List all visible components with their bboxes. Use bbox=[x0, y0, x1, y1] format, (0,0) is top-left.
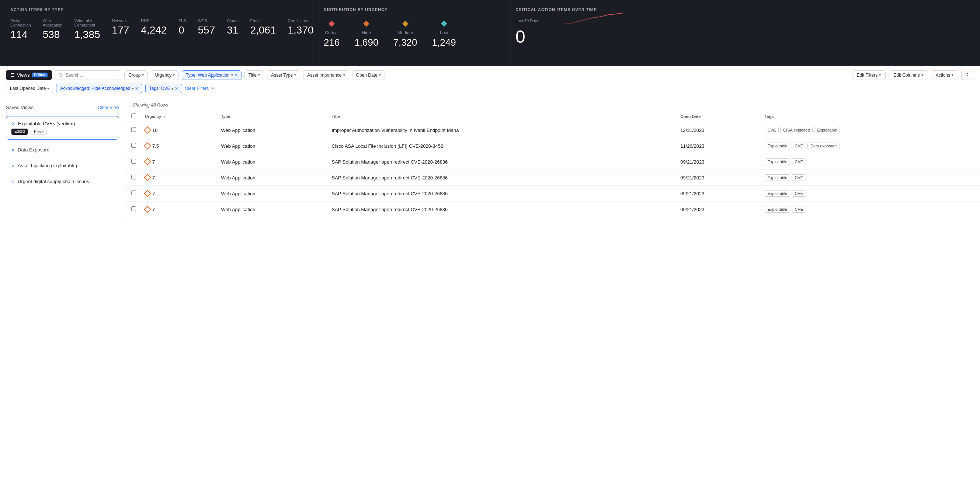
reset-badge[interactable]: Reset bbox=[30, 128, 47, 135]
actions-button[interactable]: Actions ▾ bbox=[931, 70, 958, 80]
open-date-cell: 09/21/2023 bbox=[676, 201, 760, 217]
group-filter[interactable]: Group ▾ bbox=[124, 70, 148, 80]
close-icon[interactable]: ✕ bbox=[11, 163, 15, 168]
search-input[interactable] bbox=[55, 70, 121, 80]
urgency-cell: 7 bbox=[140, 170, 217, 186]
metric-value: 557 bbox=[198, 24, 215, 36]
col-type[interactable]: Type bbox=[217, 111, 328, 122]
tag-pill: Exploitable bbox=[765, 143, 791, 149]
urgency-cell: 7 bbox=[140, 201, 217, 217]
tag-pill: CVE bbox=[792, 190, 806, 197]
metric-label: DNS bbox=[141, 18, 167, 23]
type-cell: Web Application bbox=[217, 154, 328, 170]
row-checkbox[interactable] bbox=[131, 127, 136, 132]
row-checkbox[interactable] bbox=[131, 174, 136, 179]
col-title[interactable]: Title bbox=[327, 111, 676, 122]
row-checkbox-cell[interactable] bbox=[126, 138, 140, 154]
view-name: Urgent digital supply-chain issues bbox=[18, 179, 89, 184]
asset-importance-label: Asset Importance bbox=[307, 73, 341, 78]
title-cell: SAP Solution Manager open redirect CVE-2… bbox=[327, 154, 676, 170]
metric-label: Risky Connection bbox=[10, 18, 31, 27]
edit-columns-button[interactable]: Edit Columns ▾ bbox=[889, 70, 928, 80]
open-date-cell: 09/21/2023 bbox=[676, 154, 760, 170]
clear-filters-link[interactable]: Clear Filters × bbox=[185, 86, 214, 91]
toolbar-row1: ☰ Views Edited Group ▾ Urgency ▾ Type: W… bbox=[6, 66, 974, 82]
table-row: 7 Web Application SAP Solution Manager o… bbox=[126, 154, 980, 170]
critical-value: 0 bbox=[515, 27, 620, 47]
close-icon[interactable]: ✕ bbox=[11, 121, 15, 126]
chevron-down-icon: ▾ bbox=[132, 87, 134, 90]
close-icon[interactable]: × bbox=[175, 86, 178, 91]
urgency-value: 10 bbox=[152, 127, 158, 133]
last-opened-date-filter[interactable]: Last Opened Date ▾ bbox=[6, 84, 53, 93]
row-checkbox[interactable] bbox=[131, 190, 136, 195]
tags-cve-label: Tags: CVE bbox=[150, 86, 170, 91]
metric-value: 2,061 bbox=[250, 24, 276, 36]
acknowledged-label: Acknowledged: Hide Acknowledged bbox=[60, 86, 130, 91]
open-date-cell: 11/26/2023 bbox=[676, 138, 760, 154]
urgency-diamond-icon bbox=[144, 142, 151, 150]
edit-filters-button[interactable]: Edit Filters ▾ bbox=[852, 70, 886, 80]
row-checkbox-cell[interactable] bbox=[126, 186, 140, 201]
chevron-down-icon: ▾ bbox=[258, 73, 260, 77]
table-row: 7 Web Application SAP Solution Manager o… bbox=[126, 170, 980, 186]
tag-pill: CVE bbox=[765, 127, 779, 133]
urgency-filter[interactable]: Urgency ▾ bbox=[151, 70, 179, 80]
metric-value: 114 bbox=[10, 29, 31, 41]
row-checkbox[interactable] bbox=[131, 159, 136, 163]
row-checkbox-cell[interactable] bbox=[126, 201, 140, 217]
clear-view-button[interactable]: Clear View bbox=[98, 105, 119, 110]
clear-filters-x[interactable]: × bbox=[211, 86, 214, 91]
col-urgency[interactable]: Urgency ↑ bbox=[140, 111, 217, 122]
row-checkbox-cell[interactable] bbox=[126, 170, 140, 186]
row-checkbox-cell[interactable] bbox=[126, 122, 140, 138]
metric-value: 4,242 bbox=[141, 24, 167, 36]
acknowledged-filter[interactable]: Acknowledged: Hide Acknowledged ▾ × bbox=[56, 84, 142, 93]
views-edited-badge: Edited bbox=[32, 73, 48, 78]
metric-label: Vulnerable Component bbox=[74, 18, 100, 27]
close-icon[interactable]: ✕ bbox=[11, 179, 15, 184]
metric-value: 177 bbox=[112, 24, 129, 36]
view-name: Asset hijacking (exploitable) bbox=[18, 163, 77, 168]
table-row: 7 Web Application SAP Solution Manager o… bbox=[126, 186, 980, 201]
row-checkbox-cell[interactable] bbox=[126, 154, 140, 170]
hamburger-icon: ☰ bbox=[10, 72, 15, 78]
metric-item: Cloud 31 bbox=[227, 18, 238, 36]
title-filter[interactable]: Title ▾ bbox=[245, 70, 264, 80]
urgency-value: 7 bbox=[152, 159, 155, 165]
open-date-cell: 09/21/2023 bbox=[676, 186, 760, 201]
asset-type-filter[interactable]: Asset Type ▾ bbox=[267, 70, 300, 80]
col-open-date[interactable]: Open Date bbox=[676, 111, 760, 122]
urgency-value: 216 bbox=[324, 37, 340, 48]
views-label: Views bbox=[17, 72, 30, 78]
metric-label: Network bbox=[112, 18, 129, 23]
col-tags[interactable]: Tags bbox=[760, 111, 980, 122]
tag-pill: CVE bbox=[792, 159, 806, 165]
sidebar-item-data-exposure[interactable]: ✕ Data Exposure bbox=[6, 143, 119, 156]
select-all-checkbox-header[interactable] bbox=[126, 111, 140, 122]
close-icon[interactable]: ✕ bbox=[11, 148, 15, 152]
distribution-section: DISTRIBUTION BY URGENCY ◆ Critical 216◆ … bbox=[313, 0, 505, 66]
type-web-app-filter[interactable]: Type: Web Application ▾ × bbox=[182, 70, 242, 80]
metric-item: Vulnerable Component 1,385 bbox=[74, 18, 100, 41]
row-checkbox[interactable] bbox=[131, 143, 136, 148]
asset-importance-filter[interactable]: Asset Importance ▾ bbox=[303, 70, 349, 80]
edit-columns-label: Edit Columns bbox=[893, 73, 920, 78]
close-icon[interactable]: × bbox=[234, 72, 237, 78]
row-checkbox[interactable] bbox=[131, 206, 136, 211]
view-name: Data Exposure bbox=[18, 147, 49, 152]
close-icon[interactable]: × bbox=[135, 86, 138, 91]
sidebar-item-urgent-supply-chain[interactable]: ✕ Urgent digital supply-chain issues bbox=[6, 175, 119, 188]
chevron-down-icon: ▾ bbox=[47, 87, 49, 90]
metric-item: TLS 0 bbox=[178, 18, 186, 36]
overflow-button[interactable]: ⋮ bbox=[961, 70, 974, 80]
metric-item: Web Application 538 bbox=[43, 18, 63, 41]
select-all-checkbox[interactable] bbox=[131, 114, 136, 118]
sidebar-item-exploitable-cves[interactable]: ✕ Exploitable CVEs (verified) Edited Res… bbox=[6, 116, 119, 140]
tags-cve-filter[interactable]: Tags: CVE ▾ × bbox=[145, 84, 182, 93]
urgency-cell: 7.5 bbox=[140, 138, 217, 154]
sidebar-item-asset-hijacking[interactable]: ✕ Asset hijacking (exploitable) bbox=[6, 159, 119, 172]
views-button[interactable]: ☰ Views Edited bbox=[6, 70, 52, 80]
open-date-filter[interactable]: Open Date ▾ bbox=[352, 70, 385, 80]
urgency-label: Medium bbox=[393, 30, 417, 35]
